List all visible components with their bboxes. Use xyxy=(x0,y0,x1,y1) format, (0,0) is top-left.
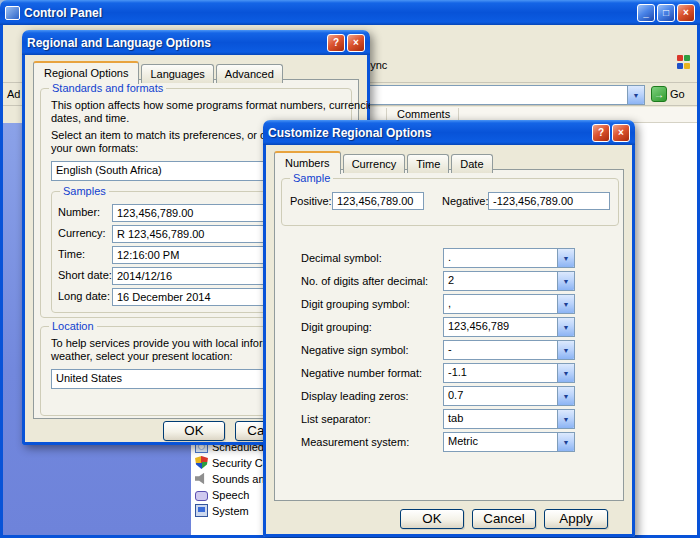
help-button[interactable]: ? xyxy=(327,34,345,52)
measurement-system-combobox[interactable]: Metric ▼ xyxy=(443,432,575,452)
go-arrow-icon: → xyxy=(651,86,667,102)
windows-logo-icon xyxy=(677,55,691,69)
tab-numbers[interactable]: Numbers xyxy=(274,151,341,174)
chevron-down-icon[interactable]: ▼ xyxy=(557,249,574,267)
list-separator-combobox[interactable]: tab ▼ xyxy=(443,409,575,429)
list-item-label: Speech xyxy=(212,489,249,501)
language-value[interactable]: English (South Africa) xyxy=(52,162,285,180)
sample-group: Sample Positive: Negative: xyxy=(281,178,619,226)
control-panel-icon xyxy=(5,6,20,20)
digit-grouping-label: Digit grouping: xyxy=(301,321,372,333)
system-icon xyxy=(195,504,208,517)
ok-button[interactable]: OK xyxy=(163,421,225,441)
security-center-icon xyxy=(195,456,208,469)
address-label: Ad xyxy=(7,88,20,100)
number-label: Number: xyxy=(58,206,100,218)
negative-sign-symbol-combobox[interactable]: - ▼ xyxy=(443,340,575,360)
titlebar[interactable]: Control Panel _ □ × xyxy=(0,0,700,25)
list-item[interactable]: System xyxy=(195,503,249,518)
dialog-body: Numbers Currency Time Date Sample Positi… xyxy=(263,145,635,537)
sounds-icon xyxy=(195,472,208,485)
close-button[interactable]: × xyxy=(677,4,695,22)
tab-advanced[interactable]: Advanced xyxy=(216,64,283,83)
tab-date[interactable]: Date xyxy=(451,154,492,173)
digits-after-decimal-value[interactable]: 2 xyxy=(444,272,557,290)
digit-grouping-symbol-value[interactable]: , xyxy=(444,295,557,313)
chevron-down-icon[interactable]: ▼ xyxy=(557,272,574,290)
decimal-symbol-combobox[interactable]: . ▼ xyxy=(443,248,575,268)
digit-grouping-symbol-combobox[interactable]: , ▼ xyxy=(443,294,575,314)
customize-regional-options-dialog: Customize Regional Options ? × Numbers C… xyxy=(263,120,635,537)
positive-sample-input[interactable] xyxy=(332,192,424,210)
long-date-label: Long date: xyxy=(58,290,110,302)
decimal-symbol-label: Decimal symbol: xyxy=(301,252,382,264)
tab-currency[interactable]: Currency xyxy=(343,154,406,173)
help-button[interactable]: ? xyxy=(592,124,610,142)
go-label: Go xyxy=(670,88,685,100)
group-title: Location xyxy=(49,320,97,332)
negative-label: Negative: xyxy=(442,195,488,207)
tab-regional-options[interactable]: Regional Options xyxy=(33,61,139,84)
display-leading-zeros-label: Display leading zeros: xyxy=(301,390,409,402)
dialog-title: Regional and Language Options xyxy=(27,36,211,50)
cancel-button[interactable]: Cancel xyxy=(472,509,536,529)
digits-after-decimal-combobox[interactable]: 2 ▼ xyxy=(443,271,575,291)
chevron-down-icon[interactable]: ▼ xyxy=(557,364,574,382)
window-title: Control Panel xyxy=(24,6,102,20)
location-description-line1: To help services provide you with local … xyxy=(51,337,299,350)
positive-label: Positive: xyxy=(290,195,332,207)
negative-number-format-combobox[interactable]: -1.1 ▼ xyxy=(443,363,575,383)
digit-grouping-combobox[interactable]: 123,456,789 ▼ xyxy=(443,317,575,337)
chevron-down-icon[interactable]: ▼ xyxy=(557,387,574,405)
display-leading-zeros-value[interactable]: 0.7 xyxy=(444,387,557,405)
tab-languages[interactable]: Languages xyxy=(141,64,213,83)
chevron-down-icon[interactable]: ▼ xyxy=(557,295,574,313)
go-button[interactable]: → Go xyxy=(651,86,685,102)
tab-time[interactable]: Time xyxy=(407,154,449,173)
chevron-down-icon[interactable]: ▼ xyxy=(557,433,574,451)
standards-description-line2: dates, and time. xyxy=(51,112,129,125)
measurement-system-label: Measurement system: xyxy=(301,436,409,448)
desktop: Control Panel _ □ × er Sync Ad ▼ xyxy=(0,0,700,538)
location-value[interactable]: United States xyxy=(52,370,277,388)
dialog-title: Customize Regional Options xyxy=(268,126,431,140)
list-item[interactable]: Speech xyxy=(195,487,249,502)
negative-sign-symbol-value[interactable]: - xyxy=(444,341,557,359)
digit-grouping-value[interactable]: 123,456,789 xyxy=(444,318,557,336)
close-button[interactable]: × xyxy=(612,124,630,142)
numbers-page: Sample Positive: Negative: Decimal symbo… xyxy=(274,169,624,501)
decimal-symbol-value[interactable]: . xyxy=(444,249,557,267)
negative-sign-symbol-label: Negative sign symbol: xyxy=(301,344,409,356)
list-separator-label: List separator: xyxy=(301,413,371,425)
chevron-down-icon[interactable]: ▼ xyxy=(557,318,574,336)
group-title: Samples xyxy=(60,185,109,197)
location-description-line2: weather, select your present location: xyxy=(51,350,233,363)
chevron-down-icon[interactable]: ▼ xyxy=(557,341,574,359)
dialog-titlebar[interactable]: Regional and Language Options ? × xyxy=(22,30,370,55)
apply-button[interactable]: Apply xyxy=(544,509,608,529)
negative-number-format-label: Negative number format: xyxy=(301,367,422,379)
time-label: Time: xyxy=(58,248,85,260)
location-combobox[interactable]: United States ▼ xyxy=(51,369,295,389)
chevron-down-icon[interactable]: ▼ xyxy=(627,86,644,104)
chevron-down-icon[interactable]: ▼ xyxy=(557,410,574,428)
display-leading-zeros-combobox[interactable]: 0.7 ▼ xyxy=(443,386,575,406)
short-date-label: Short date: xyxy=(58,269,112,281)
measurement-system-value[interactable]: Metric xyxy=(444,433,557,451)
ok-button[interactable]: OK xyxy=(400,509,464,529)
speech-icon xyxy=(195,491,208,501)
standards-hint-line2: your own formats: xyxy=(51,142,138,155)
list-separator-value[interactable]: tab xyxy=(444,410,557,428)
maximize-button[interactable]: □ xyxy=(657,4,675,22)
dialog-titlebar[interactable]: Customize Regional Options ? × xyxy=(263,120,635,145)
standards-description-line1: This option affects how some programs fo… xyxy=(51,99,370,112)
negative-sample-input[interactable] xyxy=(488,192,610,210)
digits-after-decimal-label: No. of digits after decimal: xyxy=(301,275,428,287)
minimize-button[interactable]: _ xyxy=(637,4,655,22)
column-header-comments[interactable]: Comments xyxy=(397,108,450,120)
currency-label: Currency: xyxy=(58,227,106,239)
list-item-label: System xyxy=(212,505,249,517)
negative-number-format-value[interactable]: -1.1 xyxy=(444,364,557,382)
close-button[interactable]: × xyxy=(347,34,365,52)
digit-grouping-symbol-label: Digit grouping symbol: xyxy=(301,298,410,310)
